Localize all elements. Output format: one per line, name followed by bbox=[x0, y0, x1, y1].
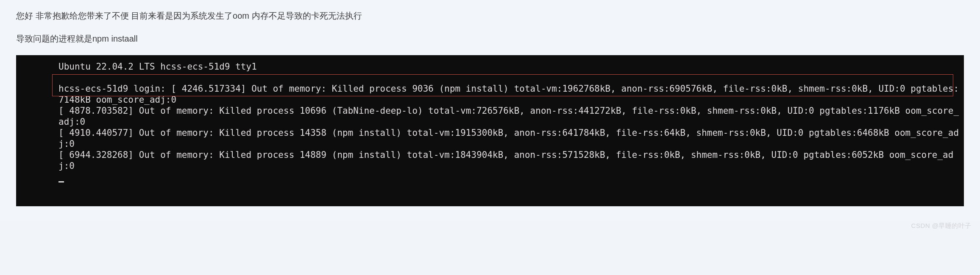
article-body: 您好 非常抱歉给您带来了不便 目前来看是因为系统发生了oom 内存不足导致的卡死… bbox=[0, 0, 980, 221]
explanation-line-1: 您好 非常抱歉给您带来了不便 目前来看是因为系统发生了oom 内存不足导致的卡死… bbox=[16, 9, 964, 22]
terminal-line-oom-2: [ 4878.703582] Out of memory: Killed pro… bbox=[16, 105, 964, 127]
terminal-line-oom-1: hcss-ecs-51d9 login: [ 4246.517334] Out … bbox=[16, 83, 964, 105]
terminal-line-header: Ubuntu 22.04.2 LTS hcss-ecs-51d9 tty1 bbox=[16, 61, 964, 72]
explanation-line-2: 导致问题的进程就是npm instaall bbox=[16, 32, 964, 45]
terminal-line-oom-4: [ 6944.328268] Out of memory: Killed pro… bbox=[16, 149, 964, 171]
terminal-line-oom-3: [ 4910.440577] Out of memory: Killed pro… bbox=[16, 127, 964, 149]
watermark: CSDN @早睡的叶子 bbox=[911, 222, 972, 230]
terminal-line-blank bbox=[16, 72, 964, 83]
terminal-cursor bbox=[58, 181, 64, 182]
terminal-screenshot: Ubuntu 22.04.2 LTS hcss-ecs-51d9 tty1 hc… bbox=[16, 55, 964, 206]
